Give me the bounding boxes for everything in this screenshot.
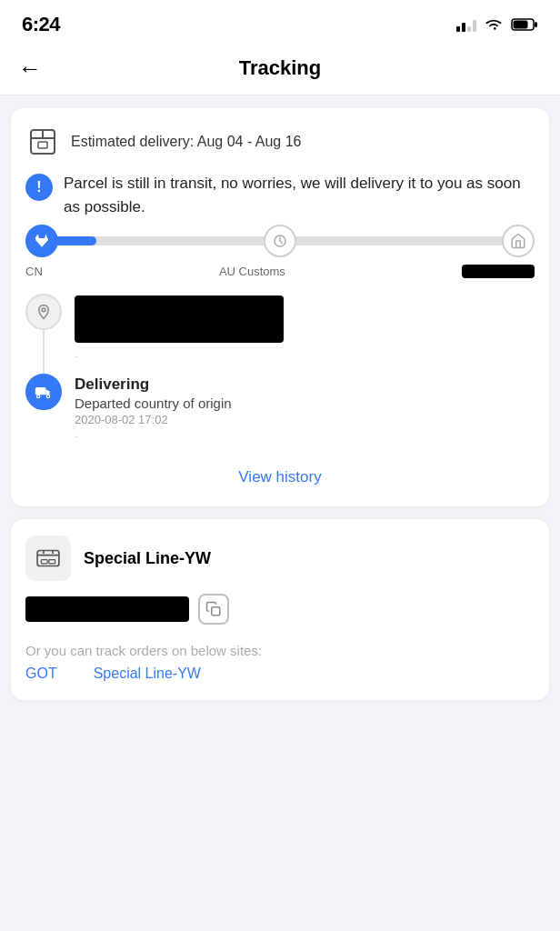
delivery-estimate-row: Estimated delivery: Aug 04 - Aug 16 [25,125,535,159]
main-content: Estimated delivery: Aug 04 - Aug 16 ! Pa… [0,95,560,713]
svg-rect-1 [462,23,465,32]
progress-labels: CN AU Customs [25,265,535,281]
carrier-icon [25,536,71,581]
estimated-delivery-text: Estimated delivery: Aug 04 - Aug 16 [71,134,301,150]
timeline-icon-location [25,294,62,330]
track-sites-links: GOT Special Line-YW [25,666,535,682]
tracking-card: Estimated delivery: Aug 04 - Aug 16 ! Pa… [11,108,549,506]
page-title: Tracking [239,56,321,80]
copy-tracking-button[interactable] [198,594,229,625]
package-icon [25,125,60,159]
svg-rect-0 [456,26,460,32]
timeline-timestamp: 2020-08-02 17:02 [75,413,535,426]
signal-icon [456,17,476,32]
svg-point-10 [42,308,45,312]
svg-point-12 [37,395,40,397]
status-bar: 6:24 [0,0,560,45]
timeline-icon-truck [25,374,62,410]
timeline-status: Delivering [75,375,535,394]
tracking-number [25,596,189,622]
track-sites-label: Or you can track orders on below sites: [25,643,535,658]
progress-label-cn: CN [25,265,43,281]
track-link-got[interactable]: GOT [25,666,57,682]
carrier-name: Special Line-YW [84,549,211,568]
timeline-content-1: . [75,294,535,359]
status-message-text: Parcel is still in transit, no worries, … [64,172,535,218]
track-link-special[interactable]: Special Line-YW [94,666,201,682]
svg-rect-16 [49,560,55,564]
back-button[interactable]: ← [18,56,42,80]
tracking-number-row [25,594,535,625]
svg-rect-5 [514,21,528,29]
timeline-description: Departed country of origin [75,395,535,411]
battery-icon [511,17,538,32]
status-time: 6:24 [22,13,60,36]
progress-tracker: CN AU Customs [25,236,535,281]
timeline: . Delivering Departed country of origin [25,294,535,454]
header: ← Tracking [0,45,560,95]
timeline-content-2: Delivering Departed country of origin 20… [75,374,535,439]
svg-rect-11 [35,387,46,395]
info-icon: ! [25,174,53,201]
progress-node-customs [264,225,296,257]
progress-node-destination [502,225,535,257]
svg-rect-15 [41,560,47,564]
svg-rect-17 [212,607,220,616]
progress-label-destination [462,265,535,281]
svg-point-13 [46,395,49,397]
carrier-card: Special Line-YW Or you can track orders … [11,519,549,700]
wifi-icon [484,17,504,32]
svg-rect-8 [38,142,47,148]
status-icons [456,17,538,32]
carrier-header: Special Line-YW [25,536,535,581]
svg-rect-6 [535,22,537,27]
status-message-row: ! Parcel is still in transit, no worries… [25,172,535,218]
svg-rect-3 [473,20,476,32]
svg-rect-2 [467,26,471,32]
view-history-button[interactable]: View history [25,454,535,490]
timeline-item-2: Delivering Departed country of origin 20… [25,374,535,454]
svg-rect-14 [37,551,59,566]
progress-node-cn [25,225,58,257]
timeline-item-1: . [25,294,535,374]
progress-label-customs: AU Customs [219,265,285,281]
